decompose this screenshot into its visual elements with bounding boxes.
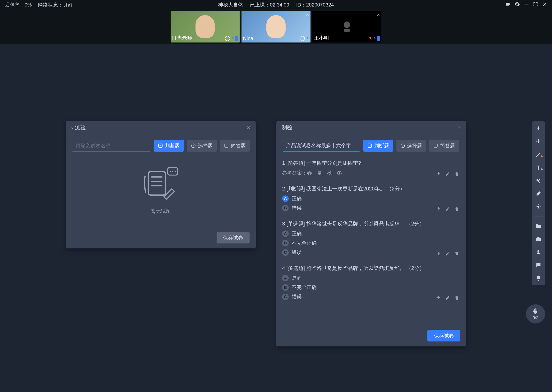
pen-icon[interactable] <box>535 151 542 159</box>
add-judge-button[interactable]: 判断题 <box>154 140 184 152</box>
question-item: 3 [单选题] 施华洛世奇是反华品牌，所以梁鼎琪反华。 （2分） A 正确 B … <box>282 215 459 260</box>
button-label: 选择题 <box>198 142 213 149</box>
question-title: 4 [多选题] 施华洛世奇是反华品牌，所以梁鼎琪反华。 （2分） <box>282 265 459 272</box>
close-icon[interactable]: × <box>457 124 461 131</box>
camera-off-placeholder-icon <box>339 19 355 34</box>
close-icon[interactable]: × <box>247 124 250 131</box>
camera-switch-icon[interactable] <box>505 1 511 8</box>
quiz-panel-editor: 测验 × 产品说试卷名称最多十六个字 判断题 选择题 简答题 1 [简 <box>276 121 466 346</box>
option-row[interactable]: A 正确 <box>282 195 459 202</box>
video-name: 王小明 <box>314 35 329 41</box>
question-item: 4 [多选题] 施华洛世奇是反华品牌，所以梁鼎琪反华。 （2分） A 是的 B … <box>282 260 459 304</box>
delete-icon[interactable] <box>454 172 459 177</box>
add-choice-button[interactable]: 选择题 <box>187 140 217 152</box>
text-tool-icon[interactable] <box>535 164 542 171</box>
folder-icon[interactable] <box>535 222 542 230</box>
quiz-panel-empty: ‹ 测验 × 判断题 选择题 简答题 <box>66 121 256 248</box>
settings-icon[interactable] <box>515 1 520 8</box>
empty-label: 暂无试题 <box>72 208 250 215</box>
top-bar: 丢包率：0% 网络状态：良好 神秘大自然 已上课：02:34:09 ID：202… <box>0 0 552 10</box>
panel-title: 测验 <box>75 124 86 131</box>
camera-indicator-icon <box>225 36 230 41</box>
packet-loss-label: 丢包率： <box>5 2 25 8</box>
question-item: 2 [判断题] 我国宪法上一次更新是在2020年。 （2分） A 正确 B 错误 <box>282 180 459 215</box>
button-label: 判断题 <box>374 142 389 149</box>
option-row[interactable]: A 是的 <box>282 275 459 281</box>
option-badge: B <box>282 240 289 246</box>
question-title: 1 [简答题] 一年四季分别是哪四季? <box>282 160 459 167</box>
chat-icon[interactable] <box>535 261 542 269</box>
elapsed-label: 已上课： <box>250 2 270 8</box>
move-icon[interactable] <box>535 138 542 146</box>
delete-icon[interactable] <box>454 251 459 256</box>
add-choice-button[interactable]: 选择题 <box>396 140 426 152</box>
profile-icon[interactable] <box>535 248 542 256</box>
save-quiz-button[interactable]: 保存试卷 <box>217 232 250 244</box>
move-icon[interactable] <box>436 172 441 177</box>
svg-point-13 <box>174 171 176 172</box>
tools-toolbar <box>532 121 545 285</box>
option-text: 正确 <box>292 195 302 202</box>
add-judge-button[interactable]: 判断题 <box>363 140 393 152</box>
question-title: 2 [判断题] 我国宪法上一次更新是在2020年。 （2分） <box>282 185 459 192</box>
svg-rect-0 <box>525 4 528 4</box>
panel-title: 测验 <box>282 124 292 131</box>
option-row[interactable]: C 错误 <box>282 249 459 256</box>
move-icon[interactable] <box>436 251 441 256</box>
brightness-icon[interactable] <box>535 203 542 210</box>
question-item: 1 [简答题] 一年四季分别是哪四季?参考答案：春、夏、秋、冬 <box>282 155 459 180</box>
option-text: 错误 <box>292 294 302 300</box>
add-short-answer-button[interactable]: 简答题 <box>220 140 250 152</box>
video-tile-student[interactable]: × Nina <box>241 11 311 42</box>
option-text: 错误 <box>292 249 302 256</box>
hand-icon <box>532 308 539 315</box>
mic-on-icon <box>373 35 376 41</box>
camera-indicator-icon <box>300 36 305 41</box>
option-row[interactable]: B 不完全正确 <box>282 284 459 291</box>
mic-on-icon <box>306 35 309 41</box>
add-short-answer-button[interactable]: 简答题 <box>429 140 459 152</box>
video-tile-teacher[interactable]: 叮当老师 <box>171 11 240 42</box>
option-text: 错误 <box>292 205 302 211</box>
move-icon[interactable] <box>436 207 441 212</box>
edit-icon[interactable] <box>445 295 450 301</box>
delete-icon[interactable] <box>454 207 459 212</box>
option-row[interactable]: A 正确 <box>282 230 459 237</box>
option-badge: B <box>282 284 289 291</box>
button-label: 判断题 <box>165 142 180 149</box>
option-row[interactable]: B 错误 <box>282 205 459 211</box>
option-badge: C <box>282 249 289 256</box>
mic-off-icon <box>369 35 372 41</box>
edit-icon[interactable] <box>445 251 450 256</box>
fullscreen-icon[interactable] <box>533 1 538 8</box>
option-badge: A <box>282 231 289 237</box>
back-icon[interactable]: ‹ <box>71 125 73 130</box>
option-badge: B <box>282 205 289 211</box>
option-row[interactable]: B 不完全正确 <box>282 240 459 246</box>
button-label: 简答题 <box>440 142 455 149</box>
video-tile-student[interactable]: × 王小明 <box>312 11 381 42</box>
close-icon[interactable]: × <box>377 12 380 18</box>
toolbox-icon[interactable] <box>535 235 542 243</box>
hand-raise-badge[interactable]: 0/2 <box>526 304 545 323</box>
edit-icon[interactable] <box>445 172 450 177</box>
minimize-icon[interactable] <box>524 1 529 8</box>
empty-quiz-icon <box>142 167 180 201</box>
quiz-name-input[interactable] <box>72 140 151 152</box>
move-icon[interactable] <box>436 295 441 301</box>
bell-icon[interactable] <box>535 274 542 282</box>
quiz-name-display[interactable]: 产品说试卷名称最多十六个字 <box>282 140 360 152</box>
cursor-click-icon[interactable] <box>535 125 542 133</box>
eraser-icon[interactable] <box>535 190 542 197</box>
close-window-icon[interactable] <box>542 1 547 8</box>
svg-point-4 <box>191 144 195 147</box>
save-quiz-button[interactable]: 保存试卷 <box>428 330 460 342</box>
option-text: 是的 <box>292 275 302 281</box>
close-icon[interactable]: × <box>306 12 309 18</box>
option-row[interactable]: C 错误 <box>282 294 459 300</box>
delete-icon[interactable] <box>454 295 459 301</box>
scissors-icon[interactable] <box>535 177 542 184</box>
edit-icon[interactable] <box>445 207 450 212</box>
option-text: 不完全正确 <box>292 284 317 291</box>
question-scroll[interactable]: 产品说试卷名称最多十六个字 判断题 选择题 简答题 1 [简答题] 一年四季分别… <box>282 140 462 326</box>
